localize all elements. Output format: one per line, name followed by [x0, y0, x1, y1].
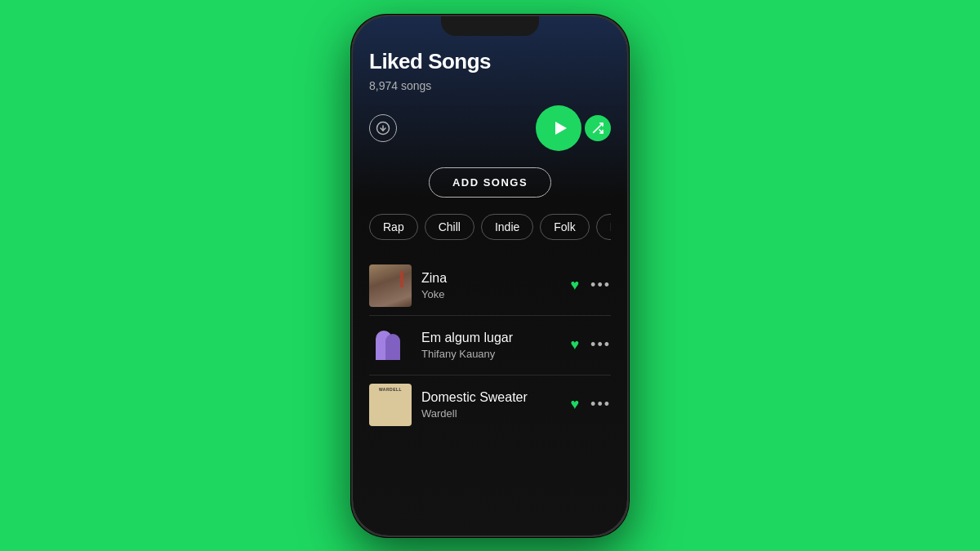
- genre-chip-electronic[interactable]: Electronic: [596, 214, 611, 240]
- song-item-domestic[interactable]: Domestic Sweater Wardell ♥ •••: [369, 375, 611, 434]
- zina-art-image: [369, 264, 412, 307]
- song-count: 8,974 songs: [369, 79, 611, 92]
- screen-content: Liked Songs 8,974 songs: [353, 16, 627, 451]
- domestic-art-image: [369, 384, 412, 426]
- add-songs-button[interactable]: ADD SONGS: [429, 167, 551, 198]
- more-button-domestic[interactable]: •••: [590, 396, 611, 413]
- song-actions-domestic: ♥ •••: [570, 396, 611, 413]
- song-actions-zina: ♥ •••: [570, 277, 611, 294]
- song-item-em[interactable]: Em algum lugar Thifany Kauany ♥ •••: [369, 316, 611, 375]
- shuffle-button[interactable]: [585, 115, 611, 141]
- more-button-zina[interactable]: •••: [590, 277, 611, 294]
- genre-chip-folk[interactable]: Folk: [540, 214, 589, 240]
- genre-chip-indie[interactable]: Indie: [481, 214, 533, 240]
- more-button-em[interactable]: •••: [590, 336, 611, 353]
- heart-icon-domestic[interactable]: ♥: [570, 396, 579, 413]
- download-button[interactable]: [369, 114, 397, 142]
- song-info-zina: Zina Yoke: [421, 271, 560, 300]
- em-art-image: [369, 324, 412, 367]
- app-background: Liked Songs 8,974 songs: [0, 0, 980, 551]
- play-shuffle-group: [536, 105, 611, 151]
- genre-chip-rap[interactable]: Rap: [369, 214, 418, 240]
- album-art-zina: [369, 264, 412, 307]
- play-button[interactable]: [536, 105, 581, 151]
- song-actions-em: ♥ •••: [570, 336, 611, 353]
- song-title-zina: Zina: [421, 271, 560, 286]
- song-artist-em: Thifany Kauany: [421, 348, 560, 360]
- album-art-em: [369, 324, 412, 367]
- play-icon: [550, 118, 570, 138]
- genre-filter-row: Rap Chill Indie Folk Electronic H: [369, 214, 611, 240]
- heart-icon-em[interactable]: ♥: [570, 336, 579, 353]
- song-info-em: Em algum lugar Thifany Kauany: [421, 331, 560, 360]
- notch: [441, 16, 539, 36]
- screen: Liked Songs 8,974 songs: [353, 16, 627, 535]
- song-info-domestic: Domestic Sweater Wardell: [421, 390, 560, 420]
- song-list: Zina Yoke ♥ •••: [369, 256, 611, 434]
- page-title: Liked Songs: [369, 49, 611, 74]
- heart-icon-zina[interactable]: ♥: [570, 277, 579, 294]
- song-artist-zina: Yoke: [421, 288, 560, 300]
- album-art-domestic: [369, 384, 412, 426]
- download-icon: [376, 121, 390, 136]
- action-row: [369, 105, 611, 151]
- phone-device: Liked Songs 8,974 songs: [351, 15, 629, 537]
- shuffle-icon: [591, 122, 604, 135]
- song-title-domestic: Domestic Sweater: [421, 390, 560, 405]
- em-figure2: [385, 334, 400, 360]
- song-title-em: Em algum lugar: [421, 331, 560, 345]
- song-artist-domestic: Wardell: [421, 407, 560, 420]
- genre-chip-chill[interactable]: Chill: [425, 214, 474, 240]
- svg-marker-2: [555, 122, 567, 135]
- song-item-zina[interactable]: Zina Yoke ♥ •••: [369, 256, 611, 315]
- phone-frame: Liked Songs 8,974 songs: [351, 15, 629, 537]
